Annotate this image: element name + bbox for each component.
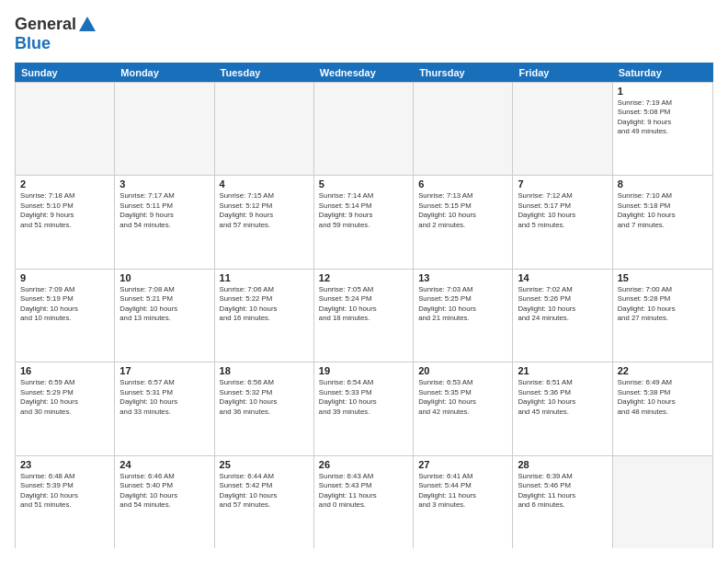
day-number: 19 (319, 365, 408, 376)
calendar-day-cell: 17Sunrise: 6:57 AM Sunset: 5:31 PM Dayli… (115, 362, 214, 454)
day-info: Sunrise: 6:48 AM Sunset: 5:39 PM Dayligh… (20, 472, 109, 511)
day-number: 2 (20, 178, 109, 190)
day-number: 10 (119, 272, 209, 283)
day-number: 21 (518, 365, 607, 376)
day-info: Sunrise: 6:44 AM Sunset: 5:42 PM Dayligh… (220, 472, 309, 511)
calendar-week: 9Sunrise: 7:09 AM Sunset: 5:19 PM Daylig… (16, 270, 712, 362)
calendar-day-cell: 26Sunrise: 6:43 AM Sunset: 5:43 PM Dayli… (314, 456, 414, 548)
day-info: Sunrise: 6:51 AM Sunset: 5:36 PM Dayligh… (518, 378, 607, 417)
day-info: Sunrise: 7:19 AM Sunset: 5:08 PM Dayligh… (618, 98, 708, 137)
calendar-week: 23Sunrise: 6:48 AM Sunset: 5:39 PM Dayli… (16, 456, 712, 548)
calendar-day-cell (215, 83, 314, 175)
day-info: Sunrise: 7:02 AM Sunset: 5:26 PM Dayligh… (518, 285, 607, 324)
day-info: Sunrise: 6:46 AM Sunset: 5:40 PM Dayligh… (119, 472, 209, 511)
day-info: Sunrise: 7:09 AM Sunset: 5:19 PM Dayligh… (20, 285, 109, 324)
day-number: 7 (518, 178, 607, 190)
day-number: 16 (20, 365, 109, 376)
calendar-week: 16Sunrise: 6:59 AM Sunset: 5:29 PM Dayli… (16, 362, 712, 455)
day-info: Sunrise: 6:39 AM Sunset: 5:46 PM Dayligh… (518, 472, 607, 511)
logo-general: General (15, 15, 76, 33)
calendar-day-cell: 19Sunrise: 6:54 AM Sunset: 5:33 PM Dayli… (314, 362, 414, 454)
weekday-header: Thursday (414, 63, 513, 82)
day-number: 9 (20, 272, 109, 283)
calendar-day-cell: 23Sunrise: 6:48 AM Sunset: 5:39 PM Dayli… (16, 456, 115, 548)
calendar-week: 1Sunrise: 7:19 AM Sunset: 5:08 PM Daylig… (16, 83, 712, 176)
calendar-day-cell: 5Sunrise: 7:14 AM Sunset: 5:14 PM Daylig… (314, 176, 414, 268)
logo-text: General (15, 15, 97, 35)
day-info: Sunrise: 7:10 AM Sunset: 5:18 PM Dayligh… (618, 191, 708, 230)
calendar-day-cell: 28Sunrise: 6:39 AM Sunset: 5:46 PM Dayli… (513, 456, 612, 548)
day-number: 27 (418, 459, 507, 470)
calendar-day-cell: 14Sunrise: 7:02 AM Sunset: 5:26 PM Dayli… (513, 270, 612, 362)
day-info: Sunrise: 6:54 AM Sunset: 5:33 PM Dayligh… (319, 378, 408, 417)
weekday-header: Wednesday (314, 63, 414, 82)
day-number: 22 (618, 365, 708, 376)
day-info: Sunrise: 7:05 AM Sunset: 5:24 PM Dayligh… (319, 285, 408, 324)
day-info: Sunrise: 7:13 AM Sunset: 5:15 PM Dayligh… (418, 191, 507, 230)
day-number: 5 (319, 178, 408, 190)
calendar-day-cell: 18Sunrise: 6:56 AM Sunset: 5:32 PM Dayli… (215, 362, 314, 454)
calendar-day-cell: 1Sunrise: 7:19 AM Sunset: 5:08 PM Daylig… (613, 83, 712, 175)
day-info: Sunrise: 7:18 AM Sunset: 5:10 PM Dayligh… (20, 191, 109, 230)
calendar-day-cell: 24Sunrise: 6:46 AM Sunset: 5:40 PM Dayli… (115, 456, 214, 548)
logo-blue: Blue (15, 35, 97, 53)
day-info: Sunrise: 6:49 AM Sunset: 5:38 PM Dayligh… (618, 378, 708, 417)
calendar-day-cell: 6Sunrise: 7:13 AM Sunset: 5:15 PM Daylig… (414, 176, 513, 268)
day-number: 15 (618, 272, 708, 283)
calendar-day-cell: 13Sunrise: 7:03 AM Sunset: 5:25 PM Dayli… (414, 270, 513, 362)
day-number: 23 (20, 459, 109, 470)
logo: General Blue (15, 15, 97, 53)
day-number: 4 (220, 178, 309, 190)
calendar-day-cell: 11Sunrise: 7:06 AM Sunset: 5:22 PM Dayli… (215, 270, 314, 362)
day-number: 8 (618, 178, 708, 190)
calendar-day-cell: 15Sunrise: 7:00 AM Sunset: 5:28 PM Dayli… (613, 270, 712, 362)
calendar-body: 1Sunrise: 7:19 AM Sunset: 5:08 PM Daylig… (15, 82, 713, 548)
weekday-header: Tuesday (215, 63, 314, 82)
calendar-day-cell: 12Sunrise: 7:05 AM Sunset: 5:24 PM Dayli… (314, 270, 414, 362)
day-info: Sunrise: 7:00 AM Sunset: 5:28 PM Dayligh… (618, 285, 708, 324)
calendar-day-cell (414, 83, 513, 175)
calendar-day-cell: 3Sunrise: 7:17 AM Sunset: 5:11 PM Daylig… (115, 176, 214, 268)
calendar-week: 2Sunrise: 7:18 AM Sunset: 5:10 PM Daylig… (16, 176, 712, 269)
calendar-header: SundayMondayTuesdayWednesdayThursdayFrid… (15, 63, 713, 82)
day-number: 12 (319, 272, 408, 283)
day-number: 6 (418, 178, 507, 190)
calendar-day-cell (513, 83, 612, 175)
logo-icon (77, 15, 97, 35)
day-info: Sunrise: 6:53 AM Sunset: 5:35 PM Dayligh… (418, 378, 507, 417)
day-number: 14 (518, 272, 607, 283)
calendar-day-cell: 20Sunrise: 6:53 AM Sunset: 5:35 PM Dayli… (414, 362, 513, 454)
day-info: Sunrise: 6:59 AM Sunset: 5:29 PM Dayligh… (20, 378, 109, 417)
page-header: General Blue (15, 15, 713, 53)
day-number: 26 (319, 459, 408, 470)
day-number: 18 (220, 365, 309, 376)
day-number: 13 (418, 272, 507, 283)
calendar-day-cell: 21Sunrise: 6:51 AM Sunset: 5:36 PM Dayli… (513, 362, 612, 454)
calendar-day-cell: 2Sunrise: 7:18 AM Sunset: 5:10 PM Daylig… (16, 176, 115, 268)
calendar-day-cell: 25Sunrise: 6:44 AM Sunset: 5:42 PM Dayli… (215, 456, 314, 548)
day-number: 20 (418, 365, 507, 376)
day-number: 1 (618, 86, 708, 97)
day-number: 3 (119, 178, 209, 190)
day-info: Sunrise: 6:43 AM Sunset: 5:43 PM Dayligh… (319, 472, 408, 511)
day-info: Sunrise: 7:06 AM Sunset: 5:22 PM Dayligh… (220, 285, 309, 324)
day-number: 28 (518, 459, 607, 470)
day-number: 17 (119, 365, 209, 376)
calendar-day-cell: 8Sunrise: 7:10 AM Sunset: 5:18 PM Daylig… (613, 176, 712, 268)
calendar-day-cell (115, 83, 214, 175)
weekday-header: Monday (115, 63, 214, 82)
calendar-day-cell: 9Sunrise: 7:09 AM Sunset: 5:19 PM Daylig… (16, 270, 115, 362)
day-info: Sunrise: 7:03 AM Sunset: 5:25 PM Dayligh… (418, 285, 507, 324)
weekday-header: Friday (513, 63, 612, 82)
calendar-day-cell: 16Sunrise: 6:59 AM Sunset: 5:29 PM Dayli… (16, 362, 115, 454)
day-info: Sunrise: 6:41 AM Sunset: 5:44 PM Dayligh… (418, 472, 507, 511)
calendar-day-cell (314, 83, 414, 175)
calendar-day-cell: 10Sunrise: 7:08 AM Sunset: 5:21 PM Dayli… (115, 270, 214, 362)
day-info: Sunrise: 7:08 AM Sunset: 5:21 PM Dayligh… (119, 285, 209, 324)
day-info: Sunrise: 6:57 AM Sunset: 5:31 PM Dayligh… (119, 378, 209, 417)
day-info: Sunrise: 7:17 AM Sunset: 5:11 PM Dayligh… (119, 191, 209, 230)
day-info: Sunrise: 6:56 AM Sunset: 5:32 PM Dayligh… (220, 378, 309, 417)
day-info: Sunrise: 7:12 AM Sunset: 5:17 PM Dayligh… (518, 191, 607, 230)
svg-marker-0 (79, 17, 96, 31)
weekday-header: Sunday (16, 63, 115, 82)
